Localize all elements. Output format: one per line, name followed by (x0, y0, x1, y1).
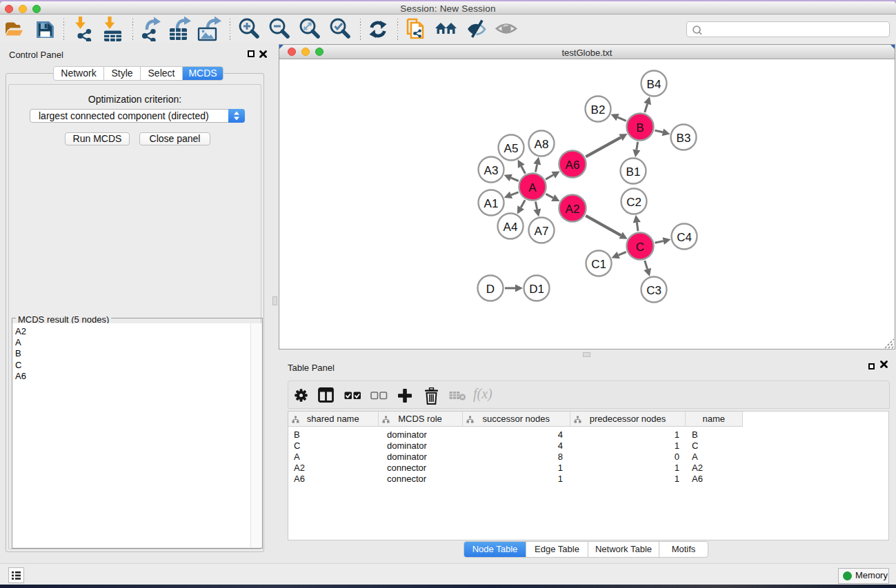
svg-text:B4: B4 (647, 78, 661, 91)
svg-text:B1: B1 (626, 165, 641, 179)
svg-text:A2: A2 (566, 203, 580, 216)
svg-text:A3: A3 (484, 164, 499, 177)
svg-text:A5: A5 (504, 142, 519, 155)
svg-text:B3: B3 (677, 132, 691, 145)
svg-text:B: B (636, 121, 644, 134)
svg-text:A7: A7 (535, 225, 549, 238)
svg-text:A8: A8 (535, 138, 549, 151)
svg-text:A: A (528, 181, 537, 194)
svg-text:C1: C1 (591, 258, 606, 271)
svg-text:D: D (486, 283, 495, 296)
svg-text:C3: C3 (646, 284, 661, 297)
svg-text:A6: A6 (566, 159, 580, 172)
svg-text:A4: A4 (504, 221, 518, 234)
svg-text:A1: A1 (484, 197, 499, 210)
svg-text:B2: B2 (591, 103, 606, 116)
svg-text:C: C (636, 241, 644, 254)
svg-text:C2: C2 (626, 196, 641, 209)
svg-text:D1: D1 (529, 283, 544, 296)
svg-text:C4: C4 (677, 231, 692, 244)
